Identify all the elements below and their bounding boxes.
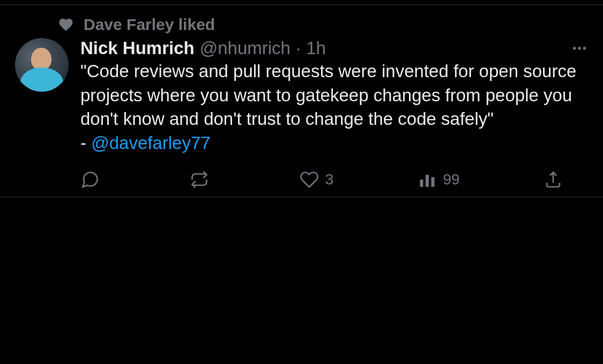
timestamp: 1h (306, 38, 326, 58)
svg-rect-4 (426, 175, 429, 187)
like-button[interactable]: 3 (300, 170, 334, 189)
svg-point-2 (583, 47, 586, 49)
separator-dot: · (296, 38, 301, 58)
reply-icon (80, 170, 100, 189)
retweet-icon (190, 170, 209, 189)
like-count: 3 (325, 171, 334, 188)
heart-icon (300, 170, 319, 189)
svg-rect-3 (420, 180, 423, 187)
action-bar: 3 99 (80, 170, 574, 189)
author-line[interactable]: Nick Humrich @nhumrich · 1h (80, 38, 326, 58)
retweet-button[interactable] (190, 170, 215, 189)
share-button[interactable] (544, 170, 563, 189)
tweet-card[interactable]: Dave Farley liked Nick Humrich @nhumrich… (0, 4, 603, 197)
share-icon (544, 170, 563, 189)
views-count: 99 (443, 171, 460, 188)
tweet-body-text: "Code reviews and pull requests were inv… (80, 61, 576, 129)
author-name: Nick Humrich (80, 38, 195, 58)
views-button[interactable]: 99 (418, 170, 460, 189)
mention-link[interactable]: @davefarley77 (91, 133, 210, 153)
tweet-text: "Code reviews and pull requests were inv… (80, 60, 588, 155)
avatar[interactable] (15, 38, 69, 92)
svg-rect-5 (431, 177, 434, 187)
author-handle: @nhumrich (200, 38, 291, 58)
heart-filon (58, 17, 74, 33)
views-icon (418, 170, 437, 189)
svg-point-1 (578, 47, 580, 49)
svg-point-0 (573, 47, 576, 49)
more-icon[interactable] (571, 40, 588, 57)
attribution-prefix: - (80, 133, 91, 153)
social-context-text: Dave Farley liked (84, 16, 215, 34)
reply-button[interactable] (80, 170, 106, 189)
social-context: Dave Farley liked (58, 16, 588, 34)
